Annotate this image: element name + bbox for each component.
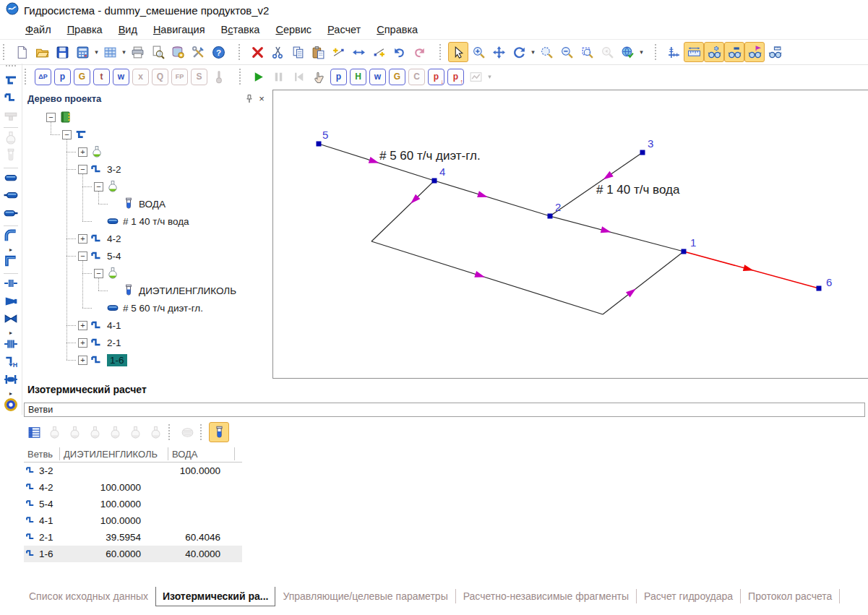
expand-toggle[interactable]: +	[78, 234, 87, 244]
collapse-toggle[interactable]: −	[94, 182, 103, 192]
show-x-button[interactable]: x	[132, 69, 149, 85]
pipe-inlet-tool-button[interactable]	[1, 188, 20, 205]
collapse-toggle[interactable]: −	[78, 251, 87, 261]
product-mode-2-button[interactable]	[64, 422, 85, 442]
table-row-4-1[interactable]: 4-1100.0000	[24, 512, 242, 529]
rotate-view-dropdown[interactable]: ▾	[530, 48, 536, 56]
show-pressure-button[interactable]: p	[54, 69, 71, 85]
menu-item-3[interactable]: Вид	[111, 22, 145, 38]
pan-button[interactable]	[489, 42, 509, 62]
expand-toggle[interactable]: +	[78, 356, 87, 365]
show-velocity-button[interactable]: w	[113, 69, 129, 85]
expand-toggle[interactable]: +	[78, 338, 87, 348]
node-2[interactable]	[548, 214, 553, 219]
table-row-1-6[interactable]: 1-660.000040.0000	[24, 546, 242, 562]
node-4[interactable]	[432, 179, 437, 184]
product-mode-4-button[interactable]	[105, 422, 125, 442]
edge-wA-wB[interactable]	[371, 241, 603, 314]
pump-tool-button[interactable]	[1, 372, 20, 390]
elbow-sharp-tool-button[interactable]	[1, 254, 20, 271]
show-q-button[interactable]: Q	[152, 69, 168, 85]
undo-button[interactable]	[389, 42, 409, 62]
collapse-toggle[interactable]: −	[62, 130, 72, 139]
height-change-tool-button[interactable]: H	[1, 354, 20, 371]
show-flow-arrows-button[interactable]	[744, 42, 765, 62]
edge-2-1[interactable]	[550, 216, 684, 251]
tab-1[interactable]: Список исходных данных	[22, 587, 155, 606]
tab-6[interactable]: Протокол расчета	[741, 587, 839, 606]
tab-3[interactable]: Управляющие/целевые параметры	[275, 587, 455, 606]
paste-button[interactable]	[308, 42, 328, 62]
result-p-min-button[interactable]: p↓	[428, 69, 444, 85]
result-head-button[interactable]: H	[350, 69, 366, 85]
menu-item-6[interactable]: Сервис	[267, 22, 319, 38]
tab-2[interactable]: Изотермический ра...	[155, 587, 275, 606]
cut-button[interactable]	[267, 42, 288, 62]
table-row-5-4[interactable]: 5-4100.0000	[24, 496, 242, 512]
show-chart-dropdown[interactable]: ▾	[486, 73, 493, 80]
table-row-3-2[interactable]: 3-2100.0000	[24, 463, 242, 479]
zoom-region-button[interactable]	[577, 42, 597, 62]
zoom-previous-button[interactable]	[597, 42, 617, 62]
result-velocity-button[interactable]: w	[369, 69, 386, 85]
insert-node-button[interactable]	[328, 42, 348, 62]
menu-item-5[interactable]: Вставка	[213, 22, 268, 38]
node-1[interactable]	[682, 249, 687, 254]
zoom-in-button[interactable]	[468, 42, 489, 62]
product-mode-6-button[interactable]	[145, 422, 166, 442]
menu-item-2[interactable]: Правка	[59, 22, 111, 38]
menu-item-1[interactable]: Файл	[17, 22, 59, 38]
show-elements-button[interactable]	[724, 42, 744, 62]
reducer-tool-button[interactable]	[1, 293, 20, 311]
result-pressure-button[interactable]: p	[330, 69, 347, 85]
zoom-window-button[interactable]	[536, 42, 557, 62]
product-mode-5-button[interactable]	[125, 422, 145, 442]
orifice-tool-button[interactable]	[1, 276, 20, 293]
show-sizes-button[interactable]	[765, 42, 785, 62]
gasket-tool-button[interactable]	[1, 397, 20, 415]
show-dp-button[interactable]: ΔP	[35, 69, 51, 85]
menu-item-7[interactable]: Расчет	[319, 22, 369, 38]
help-button[interactable]: ?	[208, 42, 228, 62]
table-row-2-1[interactable]: 2-139.595460.4046	[24, 529, 242, 546]
scheme-view-dropdown[interactable]: ▾	[638, 48, 645, 56]
step-back-button[interactable]	[288, 66, 309, 87]
tab-4[interactable]: Расчетно-независимые фрагменты	[456, 587, 636, 606]
tab-5[interactable]: Расчет гидроудара	[637, 587, 740, 606]
menu-item-4[interactable]: Навигация	[145, 22, 213, 38]
collapse-toggle[interactable]: −	[78, 165, 87, 174]
delete-button[interactable]	[247, 42, 267, 62]
pipe-outlet-tool-button[interactable]	[1, 205, 20, 223]
component-tool-button[interactable]	[1, 148, 20, 165]
show-thermo-button[interactable]	[209, 66, 229, 87]
collapse-toggle[interactable]: −	[94, 269, 103, 278]
pipeline-tool-button[interactable]	[1, 73, 20, 90]
results-scope-selector[interactable]: Ветви	[24, 403, 865, 417]
composition-mode-button[interactable]	[209, 422, 229, 442]
expand-toggle[interactable]: +	[78, 147, 87, 157]
table-view-button[interactable]	[100, 42, 120, 62]
show-chart-button[interactable]	[465, 66, 486, 87]
print-button[interactable]	[127, 42, 147, 62]
scheme-view-button[interactable]	[617, 42, 637, 62]
show-dimensions-button[interactable]	[684, 42, 704, 62]
product-mode-3-button[interactable]	[85, 422, 105, 442]
tee-tool-button[interactable]	[1, 108, 20, 125]
settings-tools-button[interactable]	[188, 42, 208, 62]
valve-flyout-button[interactable]: ▸	[9, 329, 12, 337]
isometric-table-button[interactable]	[72, 42, 93, 62]
network-diagram[interactable]: 543216# 5 60 т/ч диэт-гл.# 1 40 т/ч вода	[273, 90, 868, 378]
scheme-canvas[interactable]: 543216# 5 60 т/ч диэт-гл.# 1 40 т/ч вода	[272, 90, 868, 379]
show-nodes-button[interactable]	[704, 42, 724, 62]
node-6[interactable]	[817, 286, 822, 291]
table-mode-button[interactable]	[24, 422, 44, 442]
result-c-button[interactable]: C	[408, 69, 425, 85]
node-3[interactable]	[640, 150, 645, 155]
table-view-dropdown[interactable]: ▾	[121, 48, 127, 56]
tree-item[interactable]: −	[22, 108, 297, 126]
column-header-3[interactable]: ВОДА	[168, 447, 235, 460]
expand-toggle[interactable]: +	[78, 321, 87, 330]
collapse-toggle[interactable]: −	[46, 113, 56, 122]
redo-button[interactable]	[409, 42, 429, 62]
burner-mode-button[interactable]	[177, 422, 197, 442]
